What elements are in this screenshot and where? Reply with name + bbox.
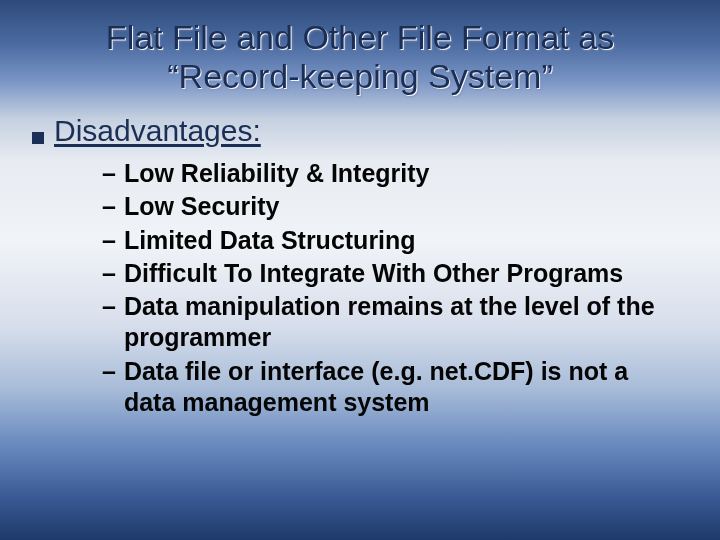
section-heading: Disadvantages:	[54, 114, 261, 148]
dash-icon: –	[102, 356, 116, 387]
list-item-text: Difficult To Integrate With Other Progra…	[124, 258, 680, 289]
list-item: – Limited Data Structuring	[102, 225, 680, 256]
list-item: – Data manipulation remains at the level…	[102, 291, 680, 354]
dash-icon: –	[102, 291, 116, 322]
section-heading-row: Disadvantages:	[32, 114, 720, 148]
slide-title: Flat File and Other File Format as “Reco…	[0, 18, 720, 110]
dash-icon: –	[102, 191, 116, 222]
list-item-text: Limited Data Structuring	[124, 225, 680, 256]
list-item-text: Data file or interface (e.g. net.CDF) is…	[124, 356, 680, 419]
dash-icon: –	[102, 258, 116, 289]
slide: Flat File and Other File Format as “Reco…	[0, 0, 720, 540]
list-item: – Low Reliability & Integrity	[102, 158, 680, 189]
dash-icon: –	[102, 225, 116, 256]
list-item-text: Low Security	[124, 191, 680, 222]
square-bullet-icon	[32, 132, 44, 144]
list-item: – Low Security	[102, 191, 680, 222]
list-item: – Difficult To Integrate With Other Prog…	[102, 258, 680, 289]
list-item-text: Low Reliability & Integrity	[124, 158, 680, 189]
list-item: – Data file or interface (e.g. net.CDF) …	[102, 356, 680, 419]
item-list: – Low Reliability & Integrity – Low Secu…	[32, 148, 720, 418]
section: Disadvantages: – Low Reliability & Integ…	[0, 110, 720, 418]
list-item-text: Data manipulation remains at the level o…	[124, 291, 680, 354]
dash-icon: –	[102, 158, 116, 189]
